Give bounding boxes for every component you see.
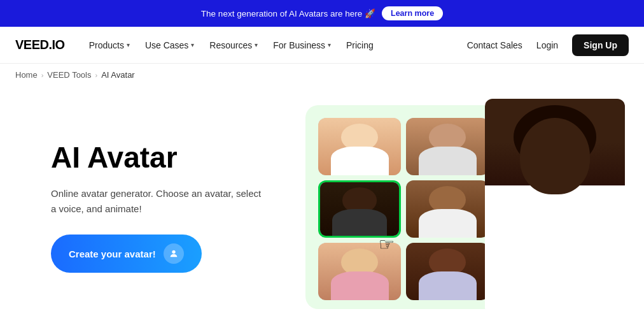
cursor-hand-icon: ☞ [379, 234, 395, 255]
hero-description: Online avatar generator. Choose an avata… [51, 186, 267, 217]
login-button[interactable]: Login [530, 35, 564, 55]
nav-item-products[interactable]: Products ▾ [83, 35, 136, 55]
avatar-cell-1[interactable] [318, 118, 401, 175]
create-avatar-button[interactable]: Create your avatar! [51, 235, 202, 273]
breadcrumb-separator-2: › [95, 71, 98, 79]
navbar: VEED.IO Products ▾ Use Cases ▾ Resources… [0, 27, 644, 64]
chevron-down-icon: ▾ [255, 41, 258, 48]
avatar-cell-2[interactable] [406, 118, 489, 175]
nav-item-resources[interactable]: Resources ▾ [203, 35, 264, 55]
avatar-cell-6[interactable] [406, 243, 489, 300]
big-avatar-head [520, 118, 590, 194]
avatar-cell-3[interactable] [318, 180, 401, 238]
contact-sales-link[interactable]: Contact Sales [467, 40, 522, 50]
chevron-down-icon: ▾ [127, 41, 130, 48]
nav-item-pricing[interactable]: Pricing [340, 35, 380, 55]
breadcrumb-parent[interactable]: VEED Tools [47, 70, 91, 80]
avatar-cell-4[interactable] [406, 180, 489, 238]
svg-point-0 [172, 250, 175, 254]
nav-item-forbusiness[interactable]: For Business ▾ [267, 35, 337, 55]
top-banner: The next generation of AI Avatars are he… [0, 0, 644, 27]
nav-links: Products ▾ Use Cases ▾ Resources ▾ For B… [83, 35, 467, 55]
logo[interactable]: VEED.IO [15, 38, 65, 52]
hero-text: AI Avatar Online avatar generator. Choos… [51, 141, 267, 273]
breadcrumb: Home › VEED Tools › AI Avatar [0, 64, 644, 86]
avatar-section: ☞ [305, 105, 593, 309]
big-avatar [485, 99, 625, 315]
avatar-icon [164, 243, 184, 264]
breadcrumb-separator: › [41, 71, 44, 79]
breadcrumb-home[interactable]: Home [15, 70, 38, 80]
hero-section: AI Avatar Online avatar generator. Choos… [0, 86, 644, 325]
chevron-down-icon: ▾ [191, 41, 194, 48]
banner-cta-button[interactable]: Learn more [382, 6, 443, 20]
banner-text: The next generation of AI Avatars are he… [201, 8, 375, 18]
chevron-down-icon: ▾ [328, 41, 331, 48]
big-avatar-body [504, 201, 606, 315]
hero-title: AI Avatar [51, 141, 267, 174]
create-avatar-label: Create your avatar! [69, 249, 156, 259]
nav-item-usecases[interactable]: Use Cases ▾ [139, 35, 200, 55]
breadcrumb-current: AI Avatar [101, 70, 135, 80]
signup-button[interactable]: Sign Up [572, 34, 629, 56]
nav-right: Contact Sales Login Sign Up [467, 34, 629, 56]
